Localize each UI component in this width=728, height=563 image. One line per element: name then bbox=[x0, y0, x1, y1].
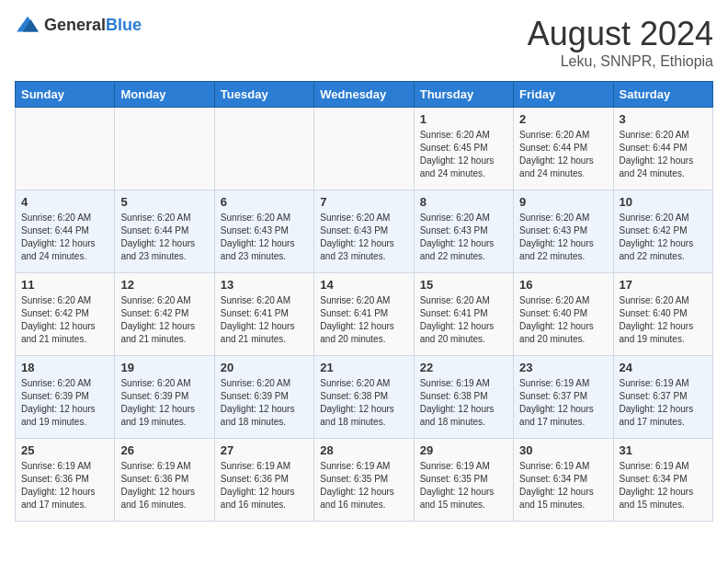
day-cell: 15Sunrise: 6:20 AMSunset: 6:41 PMDayligh… bbox=[414, 273, 513, 356]
day-number: 6 bbox=[221, 195, 308, 209]
day-cell: 24Sunrise: 6:19 AMSunset: 6:37 PMDayligh… bbox=[613, 356, 712, 439]
day-cell: 3Sunrise: 6:20 AMSunset: 6:44 PMDaylight… bbox=[613, 108, 712, 190]
day-info: Sunrise: 6:19 AMSunset: 6:36 PMDaylight:… bbox=[21, 460, 108, 511]
day-number: 1 bbox=[420, 112, 507, 126]
day-cell: 27Sunrise: 6:19 AMSunset: 6:36 PMDayligh… bbox=[214, 439, 313, 522]
title-area: August 2024 Leku, SNNPR, Ethiopia bbox=[528, 15, 713, 70]
day-cell: 18Sunrise: 6:20 AMSunset: 6:39 PMDayligh… bbox=[16, 356, 115, 439]
month-title: August 2024 bbox=[528, 15, 713, 53]
col-thursday: Thursday bbox=[414, 82, 513, 108]
logo-blue: Blue bbox=[106, 16, 142, 34]
day-number: 17 bbox=[620, 278, 707, 292]
day-cell: 26Sunrise: 6:19 AMSunset: 6:36 PMDayligh… bbox=[115, 439, 214, 522]
day-info: Sunrise: 6:19 AMSunset: 6:34 PMDaylight:… bbox=[620, 460, 707, 511]
day-number: 31 bbox=[620, 443, 707, 457]
page-header: GeneralBlue August 2024 Leku, SNNPR, Eth… bbox=[15, 15, 713, 70]
day-number: 16 bbox=[519, 278, 607, 292]
day-cell: 22Sunrise: 6:19 AMSunset: 6:38 PMDayligh… bbox=[414, 356, 513, 439]
day-info: Sunrise: 6:19 AMSunset: 6:37 PMDaylight:… bbox=[620, 377, 707, 429]
day-number: 25 bbox=[21, 443, 108, 457]
day-number: 3 bbox=[620, 112, 707, 126]
day-cell: 14Sunrise: 6:20 AMSunset: 6:41 PMDayligh… bbox=[314, 273, 414, 356]
day-cell: 5Sunrise: 6:20 AMSunset: 6:44 PMDaylight… bbox=[115, 190, 214, 273]
day-cell: 16Sunrise: 6:20 AMSunset: 6:40 PMDayligh… bbox=[514, 273, 613, 356]
day-number: 13 bbox=[221, 278, 308, 292]
day-cell: 1Sunrise: 6:20 AMSunset: 6:45 PMDaylight… bbox=[414, 108, 513, 190]
day-number: 8 bbox=[420, 195, 507, 209]
day-number: 27 bbox=[221, 443, 308, 457]
day-cell: 9Sunrise: 6:20 AMSunset: 6:43 PMDaylight… bbox=[514, 190, 613, 273]
day-number: 10 bbox=[620, 195, 707, 209]
day-cell: 31Sunrise: 6:19 AMSunset: 6:34 PMDayligh… bbox=[613, 439, 712, 522]
day-info: Sunrise: 6:20 AMSunset: 6:38 PMDaylight:… bbox=[320, 377, 407, 429]
day-number: 18 bbox=[21, 361, 108, 374]
day-info: Sunrise: 6:19 AMSunset: 6:36 PMDaylight:… bbox=[120, 460, 208, 511]
day-cell: 30Sunrise: 6:19 AMSunset: 6:34 PMDayligh… bbox=[514, 439, 613, 522]
day-cell: 4Sunrise: 6:20 AMSunset: 6:44 PMDaylight… bbox=[16, 190, 115, 273]
col-sunday: Sunday bbox=[16, 82, 115, 108]
day-number: 20 bbox=[221, 361, 308, 374]
day-number: 14 bbox=[320, 278, 407, 292]
day-cell: 29Sunrise: 6:19 AMSunset: 6:35 PMDayligh… bbox=[414, 439, 513, 522]
day-cell: 17Sunrise: 6:20 AMSunset: 6:40 PMDayligh… bbox=[613, 273, 712, 356]
day-cell: 28Sunrise: 6:19 AMSunset: 6:35 PMDayligh… bbox=[314, 439, 414, 522]
day-cell: 7Sunrise: 6:20 AMSunset: 6:43 PMDaylight… bbox=[314, 190, 414, 273]
day-cell bbox=[16, 108, 115, 190]
day-info: Sunrise: 6:20 AMSunset: 6:39 PMDaylight:… bbox=[221, 377, 308, 429]
day-cell: 12Sunrise: 6:20 AMSunset: 6:42 PMDayligh… bbox=[115, 273, 214, 356]
day-cell: 11Sunrise: 6:20 AMSunset: 6:42 PMDayligh… bbox=[16, 273, 115, 356]
day-cell: 8Sunrise: 6:20 AMSunset: 6:43 PMDaylight… bbox=[414, 190, 513, 273]
logo-text: GeneralBlue bbox=[44, 16, 142, 35]
day-number: 19 bbox=[120, 361, 208, 374]
day-info: Sunrise: 6:19 AMSunset: 6:34 PMDaylight:… bbox=[519, 460, 607, 511]
week-row-2: 4Sunrise: 6:20 AMSunset: 6:44 PMDaylight… bbox=[16, 190, 713, 273]
day-info: Sunrise: 6:19 AMSunset: 6:36 PMDaylight:… bbox=[221, 460, 308, 511]
day-info: Sunrise: 6:20 AMSunset: 6:42 PMDaylight:… bbox=[620, 212, 707, 263]
week-row-3: 11Sunrise: 6:20 AMSunset: 6:42 PMDayligh… bbox=[16, 273, 713, 356]
day-number: 30 bbox=[519, 443, 607, 457]
day-number: 9 bbox=[519, 195, 607, 209]
day-info: Sunrise: 6:20 AMSunset: 6:44 PMDaylight:… bbox=[21, 212, 108, 263]
day-info: Sunrise: 6:20 AMSunset: 6:43 PMDaylight:… bbox=[320, 212, 407, 263]
day-number: 23 bbox=[519, 361, 607, 374]
day-cell bbox=[214, 108, 313, 190]
col-monday: Monday bbox=[115, 82, 214, 108]
day-cell: 23Sunrise: 6:19 AMSunset: 6:37 PMDayligh… bbox=[514, 356, 613, 439]
col-wednesday: Wednesday bbox=[314, 82, 414, 108]
header-row: Sunday Monday Tuesday Wednesday Thursday… bbox=[16, 82, 713, 108]
day-info: Sunrise: 6:20 AMSunset: 6:40 PMDaylight:… bbox=[620, 294, 707, 346]
day-number: 7 bbox=[320, 195, 407, 209]
day-cell: 10Sunrise: 6:20 AMSunset: 6:42 PMDayligh… bbox=[613, 190, 712, 273]
week-row-1: 1Sunrise: 6:20 AMSunset: 6:45 PMDaylight… bbox=[16, 108, 713, 190]
location: Leku, SNNPR, Ethiopia bbox=[528, 53, 713, 70]
day-cell bbox=[314, 108, 414, 190]
day-cell: 25Sunrise: 6:19 AMSunset: 6:36 PMDayligh… bbox=[16, 439, 115, 522]
day-info: Sunrise: 6:19 AMSunset: 6:35 PMDaylight:… bbox=[420, 460, 507, 511]
day-info: Sunrise: 6:19 AMSunset: 6:37 PMDaylight:… bbox=[519, 377, 607, 429]
col-saturday: Saturday bbox=[613, 82, 712, 108]
day-number: 24 bbox=[620, 361, 707, 374]
day-cell: 19Sunrise: 6:20 AMSunset: 6:39 PMDayligh… bbox=[115, 356, 214, 439]
day-info: Sunrise: 6:20 AMSunset: 6:44 PMDaylight:… bbox=[120, 212, 208, 263]
day-number: 21 bbox=[320, 361, 407, 374]
day-info: Sunrise: 6:20 AMSunset: 6:41 PMDaylight:… bbox=[320, 294, 407, 346]
day-info: Sunrise: 6:20 AMSunset: 6:43 PMDaylight:… bbox=[420, 212, 507, 263]
logo: GeneralBlue bbox=[15, 15, 142, 35]
day-info: Sunrise: 6:20 AMSunset: 6:42 PMDaylight:… bbox=[21, 294, 108, 346]
day-info: Sunrise: 6:20 AMSunset: 6:39 PMDaylight:… bbox=[120, 377, 208, 429]
day-number: 12 bbox=[120, 278, 208, 292]
day-cell bbox=[115, 108, 214, 190]
day-number: 5 bbox=[120, 195, 208, 209]
day-cell: 13Sunrise: 6:20 AMSunset: 6:41 PMDayligh… bbox=[214, 273, 313, 356]
day-number: 11 bbox=[21, 278, 108, 292]
day-info: Sunrise: 6:20 AMSunset: 6:41 PMDaylight:… bbox=[221, 294, 308, 346]
day-info: Sunrise: 6:20 AMSunset: 6:40 PMDaylight:… bbox=[519, 294, 607, 346]
calendar-header: Sunday Monday Tuesday Wednesday Thursday… bbox=[16, 82, 713, 108]
day-info: Sunrise: 6:20 AMSunset: 6:39 PMDaylight:… bbox=[21, 377, 108, 429]
day-cell: 21Sunrise: 6:20 AMSunset: 6:38 PMDayligh… bbox=[314, 356, 414, 439]
day-info: Sunrise: 6:19 AMSunset: 6:38 PMDaylight:… bbox=[420, 377, 507, 429]
col-tuesday: Tuesday bbox=[214, 82, 313, 108]
day-info: Sunrise: 6:20 AMSunset: 6:44 PMDaylight:… bbox=[620, 129, 707, 180]
day-info: Sunrise: 6:20 AMSunset: 6:41 PMDaylight:… bbox=[420, 294, 507, 346]
day-cell: 20Sunrise: 6:20 AMSunset: 6:39 PMDayligh… bbox=[214, 356, 313, 439]
